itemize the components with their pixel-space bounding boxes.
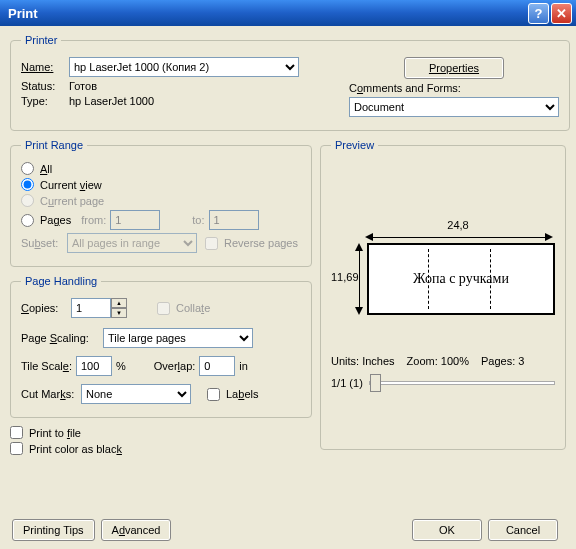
- help-button[interactable]: ?: [528, 3, 549, 24]
- comments-combo[interactable]: Document: [349, 97, 559, 117]
- page-handling-group: Page Handling Copies: ▲▼ Collate Page Sc…: [10, 275, 312, 418]
- preview-footer: Units: Inches Zoom: 100% Pages: 3: [331, 355, 555, 367]
- scaling-label: Page Scaling:: [21, 332, 103, 344]
- status-label: Status:: [21, 80, 69, 92]
- type-label: Type:: [21, 95, 69, 107]
- properties-button[interactable]: Properties: [404, 57, 504, 79]
- collate-check: Collate: [157, 302, 210, 315]
- preview-slider[interactable]: [369, 381, 555, 385]
- height-arrow: [355, 243, 363, 315]
- type-value: hp LaserJet 1000: [69, 95, 154, 107]
- labels-check[interactable]: Labels: [207, 388, 258, 401]
- print-black-check[interactable]: Print color as black: [10, 442, 312, 455]
- printer-name-combo[interactable]: hp LaserJet 1000 (Копия 2): [69, 57, 299, 77]
- tilescale-label: Tile Scale:: [21, 360, 72, 372]
- width-arrow: [365, 233, 553, 241]
- pages-from-input: [110, 210, 160, 230]
- radio-current-view[interactable]: Current view: [21, 178, 301, 191]
- scaling-combo[interactable]: Tile large pages: [103, 328, 253, 348]
- preview-progress: 1/1 (1): [331, 377, 363, 389]
- name-label: Name:: [21, 61, 69, 73]
- overlap-input[interactable]: [199, 356, 235, 376]
- preview-height: 11,69: [331, 243, 355, 283]
- cutmarks-combo[interactable]: None: [81, 384, 191, 404]
- printing-tips-button[interactable]: Printing Tips: [12, 519, 95, 541]
- subset-label: Subset:: [21, 237, 67, 249]
- print-range-group: Print Range All Current view Current pag…: [10, 139, 312, 267]
- preview-legend: Preview: [331, 139, 378, 151]
- subset-combo: All pages in range: [67, 233, 197, 253]
- titlebar: Print ? ✕: [0, 0, 576, 26]
- print-to-file-check[interactable]: Print to file: [10, 426, 312, 439]
- radio-current-page: Current page: [21, 194, 301, 207]
- page-legend: Page Handling: [21, 275, 101, 287]
- copies-label: Copies:: [21, 302, 71, 314]
- overlap-label: Overlap:: [154, 360, 196, 372]
- window-title: Print: [4, 6, 526, 21]
- printer-group: Printer Name: hp LaserJet 1000 (Копия 2)…: [10, 34, 570, 131]
- status-value: Готов: [69, 80, 97, 92]
- range-legend: Print Range: [21, 139, 87, 151]
- radio-pages[interactable]: Pages from: to:: [21, 210, 301, 230]
- preview-width: 24,8: [361, 219, 555, 231]
- pages-to-input: [209, 210, 259, 230]
- reverse-check: Reverse pages: [205, 237, 298, 250]
- advanced-button[interactable]: Advanced: [101, 519, 172, 541]
- copies-spinner[interactable]: ▲▼: [71, 298, 127, 318]
- ok-button[interactable]: OK: [412, 519, 482, 541]
- radio-all[interactable]: All: [21, 162, 301, 175]
- comments-label: Comments and Forms:: [349, 82, 461, 94]
- preview-page: Жопа с ручками: [367, 243, 555, 315]
- preview-group: Preview 24,8 11,69 Жопа с ручками Units:…: [320, 139, 566, 450]
- printer-legend: Printer: [21, 34, 61, 46]
- close-button[interactable]: ✕: [551, 3, 572, 24]
- tilescale-input[interactable]: [76, 356, 112, 376]
- cancel-button[interactable]: Cancel: [488, 519, 558, 541]
- cutmarks-label: Cut Marks:: [21, 388, 81, 400]
